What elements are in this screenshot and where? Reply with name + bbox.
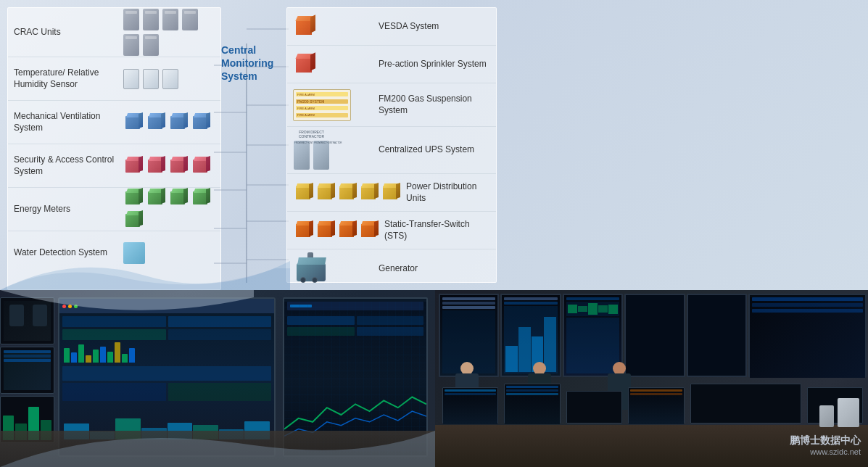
- central-monitoring-area: CentralMonitoringSystem: [221, 44, 273, 83]
- energy-icon: [146, 189, 165, 207]
- sts-label: Static-Transfer-Switch (STS): [379, 219, 490, 241]
- crac-icon: [123, 9, 139, 30]
- temp-icon: [143, 69, 159, 89]
- security-icon: [146, 157, 165, 175]
- temp-icon: [162, 69, 178, 89]
- system-row-crac: CRAC Units: [8, 8, 220, 57]
- left-systems-panel: CRAC Units Temperature/ Relative Humidit…: [7, 7, 221, 290]
- system-row-water: Water Detection System: [8, 231, 220, 275]
- system-row-fm200: FIRE ALARM FM200 SYSTEM FIRE ALARM FIRE …: [287, 83, 496, 127]
- crac-icon: [143, 9, 159, 30]
- system-row-security: Security & Access Control System: [8, 144, 220, 188]
- preaction-label: Pre-action Sprinkler System: [373, 59, 490, 70]
- vent-icon: [168, 113, 187, 132]
- crac-icons: [123, 8, 215, 57]
- watermark: 鹏博士数据中心 www.szidc.net: [790, 434, 861, 456]
- pdu-icon: [359, 183, 378, 202]
- temp-icon: [123, 69, 139, 89]
- energy-icons: [123, 188, 215, 231]
- ventilation-icons: [123, 112, 215, 133]
- fm200-icon: FIRE ALARM FM200 SYSTEM FIRE ALARM FIRE …: [293, 89, 351, 121]
- side-screen-content: [1, 298, 54, 344]
- crac-icon: [143, 34, 159, 56]
- pdu-icons: [293, 183, 400, 203]
- sts-icon: [359, 221, 378, 240]
- ups-icon: [313, 141, 329, 170]
- generator-icons: [293, 252, 373, 285]
- energy-icon: [123, 189, 142, 207]
- system-row-ups: FROM DIRECTCONTRACTOR Centralized UPS Sy…: [287, 127, 496, 174]
- water-icons: [123, 241, 215, 265]
- system-row-energy: Energy Meters: [8, 188, 220, 231]
- security-icons: [123, 156, 215, 176]
- side-screen-content: [1, 347, 54, 393]
- crac-label: CRAC Units: [14, 27, 123, 38]
- energy-label: Energy Meters: [14, 204, 123, 215]
- system-row-vesda: VESDA System: [287, 8, 496, 46]
- screen-header: [59, 299, 274, 313]
- central-monitoring-label: CentralMonitoringSystem: [221, 44, 273, 83]
- pdu-icon: [381, 183, 400, 202]
- vent-icon: [191, 113, 210, 132]
- system-row-ventilation: Mechanical Ventilation System: [8, 101, 220, 144]
- system-row-generator: Generator: [287, 249, 496, 288]
- generator-icon: [293, 252, 333, 285]
- side-screen: [0, 297, 54, 344]
- fm200-label: FM200 Gas Suspension System: [373, 94, 490, 116]
- vent-icon: [123, 113, 142, 132]
- vent-icon: [146, 113, 165, 132]
- energy-icon: [168, 189, 187, 207]
- vesda-icon: [293, 16, 315, 38]
- sts-icons: [293, 220, 379, 241]
- energy-icon: [191, 189, 210, 207]
- energy-icon: [123, 211, 142, 230]
- generator-label: Generator: [373, 263, 490, 275]
- sts-icon: [337, 221, 356, 240]
- crac-icon: [123, 34, 139, 56]
- pdu-icon: [315, 183, 334, 202]
- system-row-pdu: Power Distribution Units: [287, 174, 496, 212]
- diagram-section: CRAC Units Temperature/ Relative Humidit…: [0, 0, 868, 290]
- side-screen: [0, 347, 54, 394]
- right-systems-panel: VESDA System Pre-action Sprinkler System…: [286, 7, 497, 283]
- bottom-photos-section: 鹏博士数据中心 www.szidc.net: [0, 290, 868, 467]
- pdu-icon: [337, 183, 356, 202]
- screen-body: [59, 313, 274, 404]
- security-label: Security & Access Control System: [14, 154, 123, 177]
- vesda-label: VESDA System: [373, 21, 490, 33]
- crac-icon: [182, 9, 198, 30]
- crac-icon: [162, 9, 178, 30]
- preaction-icon: [293, 54, 315, 75]
- security-icon: [191, 157, 210, 175]
- preaction-icons: [293, 54, 373, 75]
- temperature-icons: [123, 68, 215, 90]
- screen-chart: [62, 342, 271, 364]
- pdu-icon: [294, 183, 313, 202]
- watermark-url: www.szidc.net: [790, 447, 861, 456]
- watermark-company: 鹏博士数据中心: [790, 434, 861, 447]
- water-icon: [123, 242, 145, 264]
- ups-icons: FROM DIRECTCONTRACTOR: [293, 130, 373, 170]
- security-icon: [168, 157, 187, 175]
- sts-icon: [315, 221, 334, 240]
- system-row-sts: Static-Transfer-Switch (STS): [287, 212, 496, 249]
- ups-icon: [294, 141, 310, 170]
- temperature-label: Temperature/ Relative Humidity Sensor: [14, 67, 123, 90]
- ups-label: Centralized UPS System: [373, 144, 490, 156]
- photo-left-control-room: [0, 290, 435, 467]
- vesda-icons: [293, 16, 373, 38]
- water-label: Water Detection System: [14, 247, 123, 259]
- system-row-temperature: Temperature/ Relative Humidity Sensor: [8, 57, 220, 101]
- pdu-label: Power Distribution Units: [400, 181, 490, 204]
- sts-icon: [294, 221, 313, 240]
- ventilation-label: Mechanical Ventilation System: [14, 111, 123, 133]
- system-row-preaction: Pre-action Sprinkler System: [287, 46, 496, 83]
- security-icon: [123, 157, 142, 175]
- fm200-icons: FIRE ALARM FM200 SYSTEM FIRE ALARM FIRE …: [293, 89, 373, 121]
